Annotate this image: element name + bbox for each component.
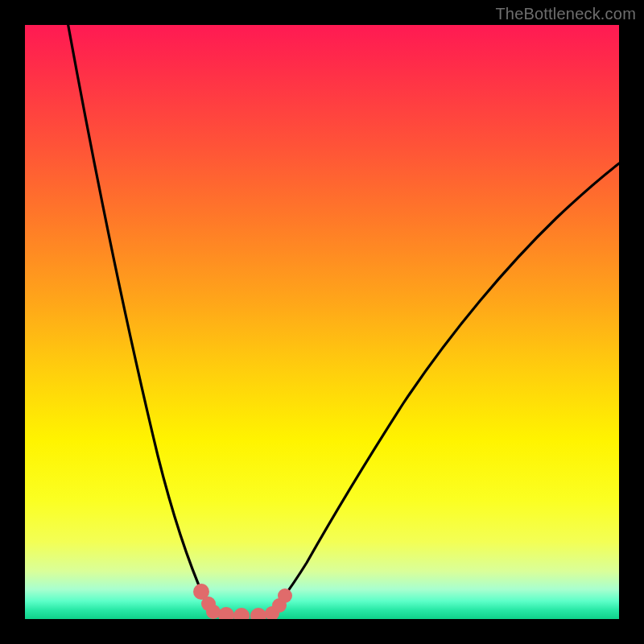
watermark-text: TheBottleneck.com — [495, 5, 636, 23]
chart-frame: TheBottleneck.com — [0, 0, 644, 644]
chart-gradient-background — [25, 25, 619, 619]
